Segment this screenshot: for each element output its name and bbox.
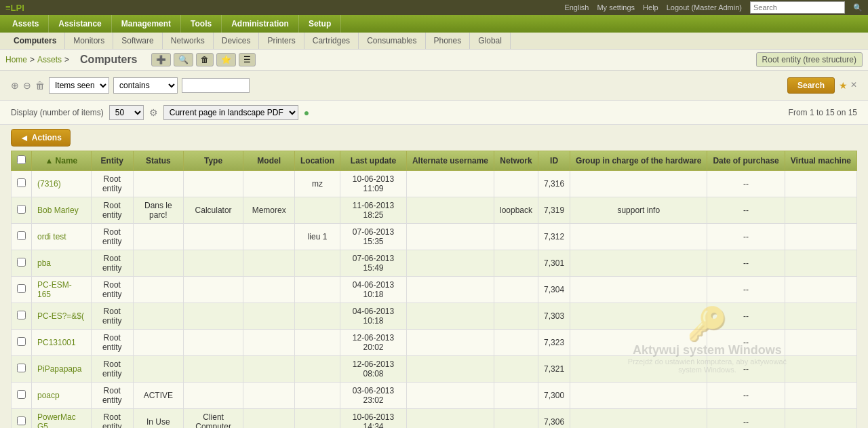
filter-remove-icon[interactable]: ⊖ — [23, 80, 31, 91]
col-alternate-username: Alternate username — [406, 151, 494, 171]
top-search-input[interactable] — [750, 1, 845, 14]
row-name[interactable]: PowerMac G5 — [32, 409, 92, 429]
pdf-export-select[interactable]: Current page in landscape PDF All pages … — [163, 105, 298, 120]
top-search-icon[interactable]: 🔍 — [853, 3, 863, 12]
nav-item-assistance[interactable]: Assistance — [49, 15, 111, 33]
bookmark-star-icon[interactable]: ★ — [839, 80, 848, 91]
filter-add-icon[interactable]: ⊕ — [11, 80, 19, 91]
row-checkbox-cell[interactable] — [12, 330, 32, 356]
row-checkbox[interactable] — [17, 284, 26, 293]
nav-item-management[interactable]: Management — [112, 15, 181, 33]
sub-nav-printers[interactable]: Printers — [259, 33, 304, 49]
table-row: pba Root entity 07-06-2013 15:49 7,301 -… — [12, 250, 857, 277]
row-checkbox[interactable] — [17, 258, 26, 267]
row-checkbox-cell[interactable] — [12, 383, 32, 409]
help-link[interactable]: Help — [643, 3, 658, 12]
row-entity: Root entity — [91, 277, 133, 303]
display-label: Display (number of items) — [11, 108, 104, 117]
row-checkbox-cell[interactable] — [12, 356, 32, 383]
row-location — [295, 409, 340, 429]
add-button[interactable]: ➕ — [151, 53, 171, 66]
view-button[interactable]: ☰ — [239, 53, 256, 66]
row-checkbox[interactable] — [17, 178, 26, 187]
col-model: Model — [243, 151, 295, 171]
row-name[interactable]: PC-ES?=&$( — [32, 303, 92, 330]
search-button[interactable]: Search — [787, 77, 835, 94]
delete-button[interactable]: 🗑 — [196, 53, 214, 66]
sub-nav-networks[interactable]: Networks — [163, 33, 214, 49]
col-date-purchase: Date of purchase — [707, 151, 785, 171]
select-all-checkbox[interactable] — [17, 155, 26, 164]
col-type: Type — [183, 151, 243, 171]
row-location — [295, 330, 340, 356]
row-checkbox[interactable] — [17, 390, 26, 399]
filter-delete-icon[interactable]: 🗑 — [35, 80, 45, 91]
row-checkbox[interactable] — [17, 311, 26, 319]
filter-value-input[interactable] — [182, 78, 250, 93]
clear-filter-icon[interactable]: ✕ — [850, 80, 857, 91]
row-checkbox-cell[interactable] — [12, 250, 32, 277]
main-nav: Assets Assistance Management Tools Admin… — [0, 15, 868, 33]
sub-nav-software[interactable]: Software — [113, 33, 162, 49]
row-name[interactable]: PC131001 — [32, 330, 92, 356]
top-bar: ≡LPI English My settings Help Logout (Ma… — [0, 0, 868, 15]
logout-link[interactable]: Logout (Master Admin) — [667, 3, 742, 12]
nav-item-assets[interactable]: Assets — [3, 15, 49, 33]
row-name[interactable]: PiPapapapa — [32, 356, 92, 383]
row-checkbox-cell[interactable] — [12, 409, 32, 429]
row-name[interactable]: ordi test — [32, 224, 92, 250]
select-all-header[interactable] — [12, 151, 32, 171]
row-checkbox-cell[interactable] — [12, 197, 32, 224]
home-link[interactable]: Home — [5, 55, 27, 64]
row-checkbox[interactable] — [17, 205, 26, 214]
row-checkbox-cell[interactable] — [12, 171, 32, 197]
sub-nav-global[interactable]: Global — [470, 33, 511, 49]
search-button[interactable]: 🔍 — [174, 53, 193, 66]
row-checkbox[interactable] — [17, 337, 26, 346]
sub-nav-monitors[interactable]: Monitors — [65, 33, 113, 49]
entity-selector[interactable]: Root entity (tree structure) — [756, 52, 863, 67]
row-checkbox[interactable] — [17, 416, 26, 425]
row-location: lieu 1 — [295, 224, 340, 250]
row-virtual — [785, 250, 856, 277]
row-model — [243, 277, 295, 303]
row-status — [133, 356, 183, 383]
actions-button[interactable]: ◄ Actions — [11, 129, 71, 147]
row-name[interactable]: Bob Marley — [32, 197, 92, 224]
display-gear-icon[interactable]: ⚙ — [149, 107, 158, 118]
assets-link[interactable]: Assets — [37, 55, 62, 64]
sub-nav-computers[interactable]: Computers — [5, 33, 65, 49]
sub-nav-phones[interactable]: Phones — [426, 33, 471, 49]
sub-nav-consumables[interactable]: Consumables — [359, 33, 425, 49]
row-checkbox-cell[interactable] — [12, 277, 32, 303]
filter-operator-select[interactable]: contains equals not contains — [113, 77, 178, 94]
row-virtual — [785, 277, 856, 303]
col-name[interactable]: ▲ Name — [32, 151, 92, 171]
row-id: 7,306 — [538, 409, 570, 429]
language-link[interactable]: English — [564, 3, 589, 12]
row-alt-username — [406, 171, 494, 197]
row-date-purchase: -- — [707, 356, 785, 383]
row-name[interactable]: pba — [32, 250, 92, 277]
row-name[interactable]: PC-ESM-165 — [32, 277, 92, 303]
sub-nav-cartridges[interactable]: Cartridges — [304, 33, 359, 49]
nav-item-administration[interactable]: Administration — [222, 15, 299, 33]
row-entity: Root entity — [91, 409, 133, 429]
row-checkbox[interactable] — [17, 231, 26, 240]
row-network — [494, 330, 538, 356]
row-checkbox-cell[interactable] — [12, 224, 32, 250]
sub-nav-devices[interactable]: Devices — [214, 33, 260, 49]
nav-item-setup[interactable]: Setup — [299, 15, 341, 33]
nav-item-tools[interactable]: Tools — [181, 15, 222, 33]
row-group — [570, 409, 707, 429]
row-last-update: 12-06-2013 20:02 — [340, 330, 407, 356]
row-checkbox[interactable] — [17, 364, 26, 372]
row-checkbox-cell[interactable] — [12, 303, 32, 330]
table-row: PowerMac G5 Root entity In Use Client Co… — [12, 409, 857, 429]
my-settings-link[interactable]: My settings — [597, 3, 635, 12]
filter-field-select[interactable]: Items seen Name Status Type Model Locati… — [49, 77, 109, 94]
bookmark-button[interactable]: ⭐ — [216, 53, 236, 66]
row-name[interactable]: poacp — [32, 383, 92, 409]
row-name[interactable]: (7316) — [32, 171, 92, 197]
display-count-select[interactable]: 10 25 50 100 — [109, 105, 144, 120]
